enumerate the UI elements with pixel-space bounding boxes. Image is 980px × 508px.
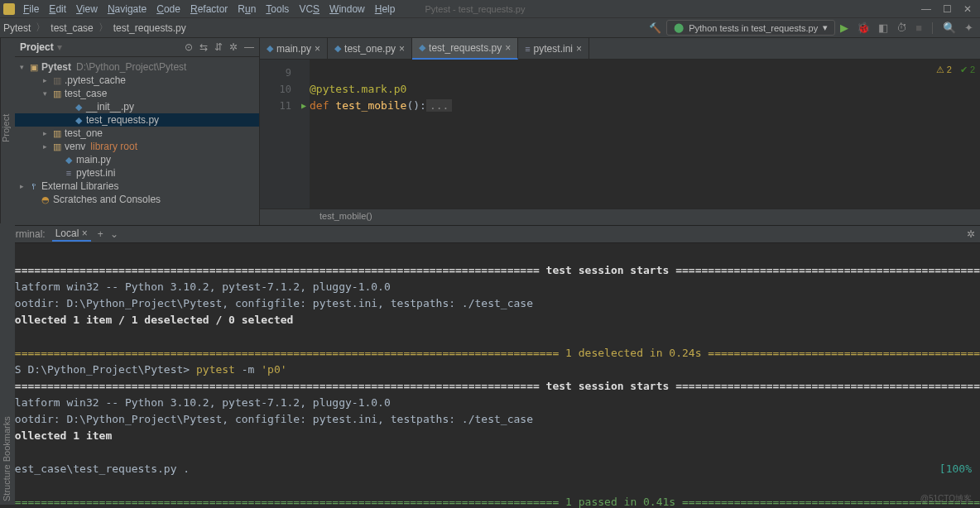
close-tab-icon[interactable]: × xyxy=(315,43,320,55)
maximize-icon[interactable]: ☐ xyxy=(943,3,952,15)
minimize-icon[interactable]: — xyxy=(921,3,931,15)
hide-icon[interactable]: — xyxy=(244,41,254,53)
window-title: Pytest - test_requests.py xyxy=(425,4,525,14)
menu-bar: File Edit View Navigate Code Refactor Ru… xyxy=(0,0,980,18)
expand-all-icon[interactable]: ⇆ xyxy=(199,41,208,53)
scratches-consoles[interactable]: Scratches and Consoles xyxy=(53,194,161,205)
project-header-title[interactable]: Project xyxy=(20,41,54,53)
settings-icon[interactable]: ✲ xyxy=(229,41,238,53)
structure-breadcrumb[interactable]: test_mobile() xyxy=(260,208,980,225)
progress-pct: [100% xyxy=(939,461,972,477)
profile-icon[interactable]: ⏱ xyxy=(896,22,907,34)
file-pytest-ini[interactable]: pytest.ini xyxy=(76,167,115,179)
folder-test-one[interactable]: test_one xyxy=(65,127,103,139)
menu-view[interactable]: View xyxy=(71,2,103,17)
close-tab-icon[interactable]: × xyxy=(399,43,405,55)
file-init-py[interactable]: __init__.py xyxy=(86,101,134,113)
folder-test-case[interactable]: test_case xyxy=(65,88,107,99)
editor-body[interactable]: 9 10 11 ▶ @pytest.mark.p0 def test_mobil… xyxy=(260,60,980,208)
menu-tools[interactable]: Tools xyxy=(261,2,294,17)
terminal-header: Terminal: Local × + ⌄ ✲ xyxy=(0,225,980,243)
warning-icon[interactable]: ⚠ 2 xyxy=(936,65,952,75)
close-tab-icon[interactable]: × xyxy=(576,43,582,55)
folded-region[interactable]: ... xyxy=(426,99,452,112)
project-root[interactable]: Pytest xyxy=(41,61,71,73)
navigation-bar: Pytest 〉 test_case 〉 test_requests.py 🔨 … xyxy=(0,18,980,38)
menu-run[interactable]: Run xyxy=(233,2,261,17)
breadcrumb[interactable]: Pytest 〉 test_case 〉 test_requests.py xyxy=(0,21,186,35)
external-libraries[interactable]: External Libraries xyxy=(41,180,118,192)
chevron-down-icon: ▾ xyxy=(823,22,828,33)
tab-main-py[interactable]: ◆main.py× xyxy=(260,38,328,60)
run-gutter-icon[interactable]: ▶ xyxy=(301,98,306,114)
search-icon[interactable]: 🔍 xyxy=(943,22,956,34)
inspections-widget[interactable]: ⚠ 2 ✔ 2 xyxy=(936,65,975,75)
file-main-py[interactable]: main.py xyxy=(76,154,111,165)
close-icon[interactable]: ✕ xyxy=(963,3,972,15)
project-pane: Project ▾ ⊙ ⇆ ⇵ ✲ — ▾▣PytestD:\Python_Pr… xyxy=(15,38,260,225)
tab-test-requests-py[interactable]: ◆test_requests.py× xyxy=(412,38,518,60)
build-icon[interactable]: 🔨 xyxy=(649,22,661,34)
code-area[interactable]: @pytest.mark.p0 def test_mobile():... xyxy=(310,60,452,208)
chevron-down-icon[interactable]: ▾ xyxy=(57,41,62,53)
project-tool-tab[interactable]: Project xyxy=(0,38,15,225)
tab-test-one-py[interactable]: ◆test_one.py× xyxy=(328,38,412,60)
editor-pane: ◆main.py× ◆test_one.py× ◆test_requests.p… xyxy=(260,38,980,225)
left-gutter-tabs[interactable]: Structure Bookmarks xyxy=(0,223,15,505)
breadcrumb-folder[interactable]: test_case xyxy=(50,22,93,34)
close-tab-icon[interactable]: × xyxy=(82,228,88,239)
menu-window[interactable]: Window xyxy=(324,2,370,17)
menu-code[interactable]: Code xyxy=(151,2,185,17)
stop-icon[interactable]: ■ xyxy=(915,22,922,34)
new-terminal-icon[interactable]: + xyxy=(98,228,103,240)
run-configuration-dropdown[interactable]: ⬤ Python tests in test_requests.py ▾ xyxy=(666,20,835,36)
decorator: @pytest.mark.p0 xyxy=(310,83,406,95)
watermark: @51CTO博客 xyxy=(920,493,972,505)
breadcrumb-file[interactable]: test_requests.py xyxy=(113,22,186,34)
ok-icon[interactable]: ✔ 2 xyxy=(960,65,975,75)
debug-icon[interactable]: 🐞 xyxy=(857,22,870,34)
coverage-icon[interactable]: ◧ xyxy=(878,22,888,34)
select-opened-icon[interactable]: ⊙ xyxy=(185,41,193,53)
close-tab-icon[interactable]: × xyxy=(505,42,511,54)
terminal-tab-local[interactable]: Local × xyxy=(52,227,91,242)
python-test-icon: ⬤ xyxy=(674,22,684,33)
tab-pytest-ini[interactable]: ≡pytest.ini× xyxy=(518,38,589,60)
app-logo xyxy=(3,3,15,15)
menu-refactor[interactable]: Refactor xyxy=(185,2,233,17)
settings-icon[interactable]: ✦ xyxy=(964,22,973,34)
menu-edit[interactable]: Edit xyxy=(44,2,71,17)
terminal-body[interactable]: ========================================… xyxy=(0,243,980,508)
collapse-all-icon[interactable]: ⇵ xyxy=(214,41,223,53)
breadcrumb-root[interactable]: Pytest xyxy=(3,22,31,34)
terminal-more-icon[interactable]: ⌄ xyxy=(110,228,118,240)
editor-gutter[interactable]: 9 10 11 ▶ xyxy=(260,60,310,208)
project-tree[interactable]: ▾▣PytestD:\Python_Project\Pytest ▸▥.pyte… xyxy=(15,57,259,209)
menu-help[interactable]: Help xyxy=(370,2,401,17)
run-config-label: Python tests in test_requests.py xyxy=(689,23,818,33)
folder-venv[interactable]: venv xyxy=(65,141,85,152)
menu-file[interactable]: File xyxy=(18,2,44,17)
folder-pytest-cache[interactable]: .pytest_cache xyxy=(65,74,126,86)
file-test-requests-py[interactable]: test_requests.py xyxy=(86,114,159,126)
menu-navigate[interactable]: Navigate xyxy=(103,2,151,17)
menu-vcs[interactable]: VCS xyxy=(294,2,324,17)
terminal-settings-icon[interactable]: ✲ xyxy=(967,228,975,240)
run-icon[interactable]: ▶ xyxy=(840,22,848,34)
editor-tabs: ◆main.py× ◆test_one.py× ◆test_requests.p… xyxy=(260,38,980,60)
